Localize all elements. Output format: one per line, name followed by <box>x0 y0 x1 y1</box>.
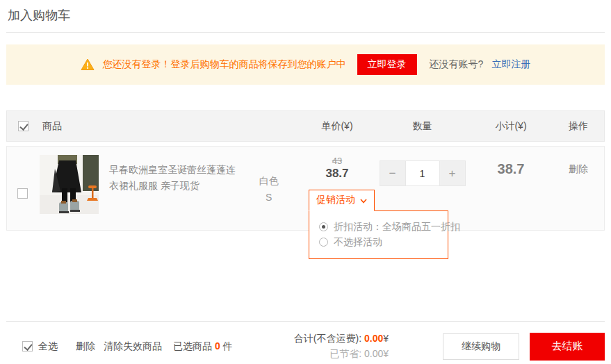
variant-color: 白色 <box>259 175 279 186</box>
no-account-text: 还没有账号? <box>430 58 484 71</box>
notice-message: 您还没有登录！登录后购物车的商品将保存到您的账户中 <box>103 58 346 71</box>
chevron-down-icon <box>360 195 367 206</box>
header-action-label: 操作 <box>553 120 604 133</box>
promotion-dropdown-toggle[interactable]: 促销活动 <box>309 190 375 211</box>
selected-count: 0 <box>215 340 220 351</box>
register-now-link[interactable]: 立即注册 <box>491 58 530 71</box>
total-value: 0.00 <box>364 333 383 344</box>
cart-table-header: 商品 单价(¥) 数量 小计(¥) 操作 <box>6 110 605 142</box>
current-price: 38.7 <box>299 167 375 181</box>
quantity-decrease-button[interactable]: − <box>380 161 405 185</box>
cart-page: 加入购物车 您还没有登录！登录后购物车的商品将保存到您的账户中 立即登录 还没有… <box>0 0 611 361</box>
saved-value: 0.00¥ <box>364 348 389 359</box>
promotion-option-label: 折扣活动：全场商品五一折扣 <box>334 219 460 234</box>
warning-icon <box>81 58 95 71</box>
cart-item-row: 早春欧洲皇室圣诞蕾丝蓬蓬连衣裙礼服服 亲子现货 白色 S 43 38.7 − +… <box>6 146 605 231</box>
header-product-col: 商品 <box>7 120 299 133</box>
totals-block: 合计(不含运费): 0.00¥ 已节省: 0.00¥ <box>294 331 389 361</box>
item-action-cell: 删除 <box>553 147 604 230</box>
title-divider <box>6 32 605 33</box>
selected-prefix: 已选商品 <box>173 340 212 351</box>
total-line: 合计(不含运费): 0.00¥ <box>294 331 389 347</box>
header-quantity-label: 数量 <box>375 120 469 133</box>
login-now-button[interactable]: 立即登录 <box>357 54 417 75</box>
header-unit-price-label: 单价(¥) <box>299 120 375 133</box>
product-name[interactable]: 早春欧洲皇室圣诞蕾丝蓬蓬连衣裙礼服服 亲子现货 <box>109 155 239 194</box>
page-title: 加入购物车 <box>6 0 605 32</box>
selected-suffix: 件 <box>223 340 233 351</box>
select-all-label[interactable]: 全选 <box>38 340 58 353</box>
saved-line: 已节省: 0.00¥ <box>294 347 389 362</box>
promotion-option-label: 不选择活动 <box>334 234 382 249</box>
quantity-stepper: − + <box>380 160 466 186</box>
item-checkbox[interactable] <box>17 188 28 199</box>
item-subtotal: 38.7 <box>469 147 553 230</box>
selected-count-text: 已选商品 0 件 <box>173 340 233 353</box>
promotion-label: 促销活动 <box>316 194 355 206</box>
quantity-input[interactable] <box>405 161 440 185</box>
radio-selected-icon[interactable] <box>319 222 328 231</box>
promotion-dropdown: 促销活动 折扣活动：全场商品五一折扣 不选择活动 <box>309 190 448 259</box>
product-variant: 白色 S <box>239 155 299 206</box>
original-price: 43 <box>299 156 375 166</box>
quantity-increase-button[interactable]: + <box>440 161 465 185</box>
select-all-footer-checkbox[interactable] <box>22 341 33 351</box>
promotion-option-discount[interactable]: 折扣活动：全场商品五一折扣 <box>319 219 438 234</box>
header-subtotal-label: 小计(¥) <box>469 120 553 133</box>
variant-size: S <box>266 192 272 203</box>
item-product-cell: 早春欧洲皇室圣诞蕾丝蓬蓬连衣裙礼服服 亲子现货 白色 S <box>7 147 299 230</box>
login-notice-banner: 您还没有登录！登录后购物车的商品将保存到您的账户中 立即登录 还没有账号? 立即… <box>6 44 605 85</box>
total-currency: ¥ <box>383 333 389 344</box>
product-image[interactable] <box>40 155 99 214</box>
select-all-header-checkbox[interactable] <box>18 121 28 131</box>
radio-unselected-icon[interactable] <box>319 238 328 247</box>
total-label: 合计(不含运费): <box>294 333 361 344</box>
clear-invalid-link[interactable]: 清除失效商品 <box>104 340 162 353</box>
footer-delete-link[interactable]: 删除 <box>76 340 95 353</box>
checkout-button[interactable]: 去结账 <box>530 333 605 361</box>
continue-shopping-button[interactable]: 继续购物 <box>443 333 519 360</box>
header-product-label: 商品 <box>42 120 62 133</box>
delete-item-link[interactable]: 删除 <box>569 163 588 174</box>
promotion-options-panel: 折扣活动：全场商品五一折扣 不选择活动 <box>309 210 448 259</box>
cart-footer-bar: 全选 删除 清除失效商品 已选商品 0 件 合计(不含运费): 0.00¥ 已节… <box>6 321 605 361</box>
saved-label: 已节省: <box>329 348 361 359</box>
promotion-option-none[interactable]: 不选择活动 <box>319 234 438 249</box>
